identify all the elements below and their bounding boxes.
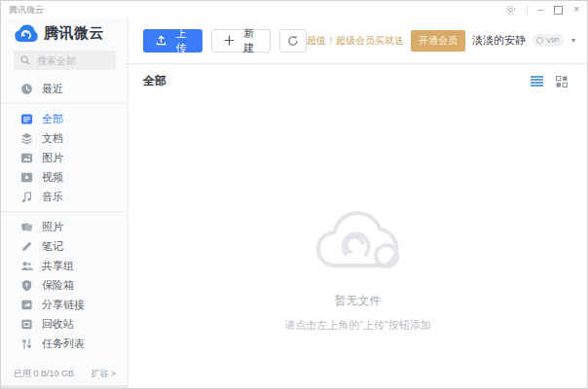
- gear-icon[interactable]: [505, 5, 516, 16]
- search-box[interactable]: [14, 51, 116, 70]
- nav-divider: [1, 211, 128, 212]
- videos-icon: [20, 171, 33, 184]
- sidebar-item-photos[interactable]: 照片: [1, 217, 128, 236]
- clock-icon: [20, 83, 33, 95]
- maximize-icon: [554, 6, 563, 15]
- empty-title: 暂无文件: [335, 293, 382, 309]
- sidebar-item-label: 文档: [42, 131, 63, 146]
- upload-button[interactable]: 上传: [143, 29, 202, 53]
- vip-dot-icon: [536, 37, 543, 44]
- share-link-icon: [20, 299, 33, 311]
- sidebar: 腾讯微云 最近: [1, 18, 129, 388]
- cloud-logo-icon: [14, 24, 38, 43]
- weiyun-window: 腾讯微云 – × 腾讯微云: [0, 0, 588, 389]
- sidebar-item-documents[interactable]: 文档: [1, 128, 128, 148]
- window-title: 腾讯微云: [9, 4, 505, 17]
- search-input[interactable]: [35, 54, 107, 67]
- music-icon: [20, 191, 33, 203]
- open-vip-button[interactable]: 开通会员: [411, 30, 465, 52]
- pictures-icon: [20, 152, 33, 164]
- storage-section: 已用 0 B/10 GB 扩容 >: [1, 365, 128, 388]
- titlebar: 腾讯微云 – ×: [1, 1, 587, 18]
- sidebar-item-label: 笔记: [42, 239, 63, 254]
- main-content: 上传 新建 超值！超级会员买就送 开通会员 淡淡的安静: [129, 18, 587, 388]
- toolbar-right: 超值！超级会员买就送 开通会员 淡淡的安静 VIP ▾: [307, 30, 575, 52]
- sidebar-item-recent[interactable]: 最近: [1, 79, 128, 98]
- sidebar-item-label: 全部: [42, 112, 63, 126]
- grid-view-icon[interactable]: [556, 76, 568, 88]
- shared-group-icon: [20, 260, 33, 272]
- chevron-down-icon[interactable]: ▾: [571, 36, 575, 45]
- page-title: 全部: [143, 73, 531, 89]
- sidebar-item-videos[interactable]: 视频: [1, 167, 128, 187]
- sidebar-item-label: 照片: [42, 220, 63, 234]
- all-files-icon: [20, 113, 33, 125]
- refresh-button[interactable]: [279, 29, 307, 53]
- sidebar-nav: 最近 全部 文档: [1, 77, 128, 365]
- toolbar: 上传 新建 超值！超级会员买就送 开通会员 淡淡的安静: [129, 18, 587, 64]
- maximize-button[interactable]: [554, 6, 563, 15]
- safebox-icon: [20, 279, 33, 292]
- sidebar-item-share-links[interactable]: 分享链接: [1, 295, 128, 314]
- expand-storage-link[interactable]: 扩容 >: [91, 368, 116, 380]
- logo-text: 腾讯微云: [44, 24, 104, 43]
- recycle-bin-icon: [20, 318, 33, 331]
- sidebar-item-label: 任务列表: [42, 336, 85, 351]
- window-controls: – ×: [505, 5, 579, 16]
- sidebar-item-safebox[interactable]: 保险箱: [1, 275, 128, 295]
- sidebar-item-label: 图片: [42, 151, 63, 165]
- empty-hint: 请点击左上角的“上传”按钮添加: [284, 318, 430, 333]
- sidebar-item-label: 共享组: [42, 259, 74, 273]
- vip-badge-label: VIP: [546, 36, 559, 45]
- nav-divider: [1, 103, 128, 104]
- upload-icon: [156, 35, 166, 46]
- storage-used-label: 已用 0 B/10 GB: [14, 368, 74, 380]
- upload-button-label: 上传: [172, 26, 190, 55]
- plus-icon: [224, 35, 235, 46]
- storage-progress-bar: [1, 385, 128, 388]
- sidebar-item-label: 最近: [42, 82, 63, 96]
- vip-badge[interactable]: VIP: [533, 34, 565, 47]
- sidebar-item-label: 回收站: [42, 317, 74, 332]
- sidebar-item-recycle-bin[interactable]: 回收站: [1, 314, 128, 334]
- sidebar-item-pictures[interactable]: 图片: [1, 148, 128, 167]
- list-header: 全部: [129, 64, 587, 96]
- app-body: 腾讯微云 最近: [1, 18, 587, 388]
- sidebar-item-label: 视频: [42, 170, 63, 185]
- titlebar-separator: [527, 5, 528, 15]
- sidebar-item-shared-group[interactable]: 共享组: [1, 256, 128, 275]
- sidebar-item-notes[interactable]: 笔记: [1, 236, 128, 256]
- close-button[interactable]: ×: [573, 5, 579, 15]
- new-button-label: 新建: [240, 26, 258, 55]
- search-icon: [20, 55, 30, 65]
- minimize-button[interactable]: –: [538, 5, 544, 15]
- refresh-icon: [287, 35, 299, 47]
- app-logo: 腾讯微云: [1, 18, 128, 48]
- vip-promo-text: 超值！超级会员买就送: [307, 34, 404, 48]
- sidebar-item-label: 音乐: [42, 190, 63, 204]
- sidebar-item-task-list[interactable]: 任务列表: [1, 334, 128, 353]
- task-list-icon: [20, 337, 33, 350]
- photos-icon: [20, 221, 33, 233]
- sidebar-item-music[interactable]: 音乐: [1, 187, 128, 206]
- empty-state: 暂无文件 请点击左上角的“上传”按钮添加: [129, 96, 587, 388]
- empty-cloud-icon: [304, 197, 413, 277]
- new-button[interactable]: 新建: [211, 29, 271, 53]
- sidebar-item-all[interactable]: 全部: [1, 109, 128, 128]
- documents-icon: [20, 132, 33, 145]
- list-view-icon[interactable]: [531, 76, 543, 87]
- sidebar-item-label: 保险箱: [42, 278, 74, 293]
- view-toggles: [531, 76, 568, 88]
- sidebar-item-label: 分享链接: [42, 298, 85, 312]
- username[interactable]: 淡淡的安静: [472, 33, 526, 48]
- notes-icon: [20, 240, 33, 253]
